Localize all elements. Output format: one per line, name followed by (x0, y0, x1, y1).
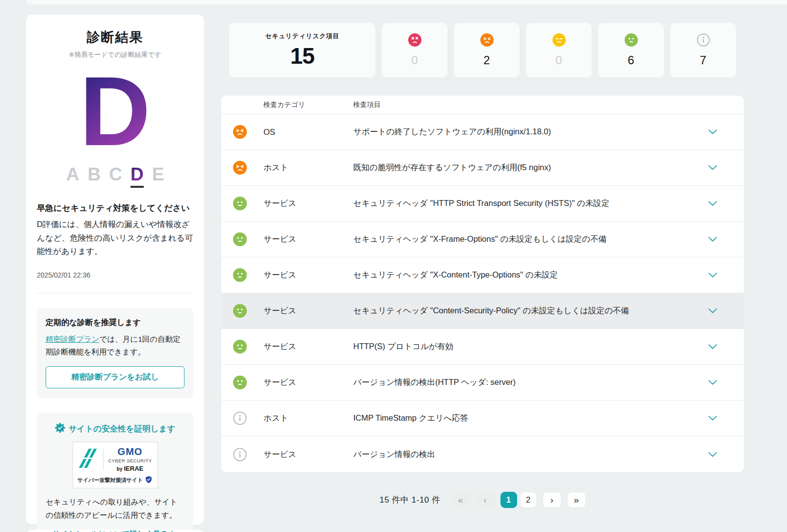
left-column: 診断結果 ※簡易モードでの診断結果です D ABCDE 早急にセキュリティ対策を… (26, 15, 204, 532)
row-category: サービス (263, 270, 353, 280)
grade-scale-letter-d: D (131, 165, 144, 188)
summary-count: 6 (628, 53, 634, 67)
table-row[interactable]: サービスセキュリティヘッダ "X-Frame-Options" の未設定もしくは… (221, 222, 744, 257)
pagination-last-button[interactable]: » (567, 492, 586, 508)
neutral-face-icon (233, 304, 247, 318)
row-item: セキュリティヘッダ "Content-Security-Policy" の未設定… (353, 305, 708, 316)
rosette-check-icon (55, 423, 65, 435)
row-category: サービス (263, 305, 353, 316)
warning-body: D評価には、個人情報の漏えいや情報改ざんなど、危険性の高いリスクが含まれる可能性… (37, 218, 193, 258)
row-item: ICMP TimeStamp クエリへ応答 (353, 413, 708, 424)
row-category: サービス (263, 234, 353, 245)
pagination-prev-button[interactable]: ‹ (476, 492, 495, 508)
neutral-face-icon (625, 33, 638, 47)
neutral-face-icon (233, 340, 247, 354)
table-header: 検査カテゴリ 検査項目 (221, 96, 744, 114)
row-item: バージョン情報の検出(HTTP ヘッダ: server) (353, 377, 708, 388)
chevron-down-icon[interactable] (708, 344, 718, 350)
header-category: 検査カテゴリ (263, 101, 353, 109)
grade-scale-letter-a: A (66, 165, 79, 188)
dead-face-icon (408, 33, 421, 47)
chevron-down-icon[interactable] (708, 452, 718, 457)
row-category: ホスト (263, 162, 353, 173)
site-seal-details-link[interactable]: サイトシールについて詳しく見る 〉 (46, 529, 184, 532)
row-category: サービス (263, 198, 353, 209)
chevron-down-icon[interactable] (708, 165, 718, 171)
table-row[interactable]: サービスセキュリティヘッダ "X-Content-Type-Options" の… (221, 257, 744, 293)
table-row[interactable]: サービスセキュリティヘッダ "HTTP Strict Transport Sec… (221, 186, 744, 222)
info-icon (233, 411, 247, 425)
pagination-pages: 12 (500, 492, 537, 508)
right-column: セキュリティリスク項目 15 02067 検査カテゴリ 検査項目 OSサポートの… (221, 15, 744, 532)
summary-card-info: 7 (670, 23, 736, 77)
diagnosis-timestamp: 2025/02/01 22:36 (37, 271, 193, 279)
grade-letter: D (79, 62, 150, 160)
table-row[interactable]: サービスバージョン情報の検出 (221, 436, 744, 472)
info-icon (233, 448, 247, 461)
page-title: 診断結果 (37, 28, 193, 46)
summary-total-card: セキュリティリスク項目 15 (229, 23, 375, 77)
precision-plan-trial-button[interactable]: 精密診断プランをお試し (46, 366, 184, 388)
table-row[interactable]: ホスト既知の脆弱性が存在するソフトウェアの利用(f5 nginx) (221, 150, 744, 186)
info-icon (697, 33, 710, 47)
chevron-down-icon[interactable] (708, 380, 718, 385)
chevron-down-icon[interactable] (708, 236, 718, 242)
chevron-down-icon[interactable] (708, 129, 718, 135)
pagination-next-button[interactable]: › (543, 492, 561, 508)
by-ierae-text: byIERAE (117, 465, 143, 472)
row-item: セキュリティヘッダ "X-Frame-Options" の未設定もしくは設定の不… (353, 234, 708, 245)
grade-scale-letter-e: E (152, 165, 164, 188)
neutral-face-icon (233, 268, 247, 282)
gmo-site-seal: GMO CYBER SECURITY byIERAE サイバー攻撃対策済サイト (73, 442, 158, 488)
diagnosis-result-card: 診断結果 ※簡易モードでの診断結果です D ABCDE 早急にセキュリティ対策を… (26, 15, 204, 525)
angry-face-icon (233, 161, 247, 175)
row-category: サービス (263, 377, 353, 388)
seal-body: セキュリティへの取り組みや、サイトの信頼性のアピールに活用できます。 (46, 495, 184, 522)
neutral-face-icon (233, 232, 247, 246)
pagination-first-button[interactable]: « (451, 492, 470, 508)
row-category: OS (263, 127, 353, 137)
chevron-down-icon[interactable] (708, 272, 718, 278)
gmo-slashes-logo-icon (78, 448, 99, 471)
summary-count: 0 (555, 53, 562, 67)
table-row[interactable]: サービスバージョン情報の検出(HTTP ヘッダ: server) (221, 365, 744, 401)
top-bar-edge (26, 0, 787, 4)
cyber-security-text: CYBER SECURITY (108, 458, 152, 463)
recommend-title: 定期的な診断を推奨します (46, 318, 184, 328)
summary-card-dead-face: 0 (382, 23, 447, 77)
chevron-down-icon[interactable] (708, 308, 718, 314)
row-item: 既知の脆弱性が存在するソフトウェアの利用(f5 nginx) (353, 162, 708, 173)
badge-divider (103, 449, 104, 470)
header-item: 検査項目 (353, 101, 744, 109)
badge-caption: サイバー攻撃対策済サイト (78, 476, 153, 484)
summary-count: 7 (700, 53, 706, 67)
chevron-down-icon[interactable] (708, 415, 718, 421)
neutral-face-icon (233, 197, 247, 210)
pagination-page-1[interactable]: 1 (500, 492, 517, 508)
seal-header: サイトの安全性を証明します (46, 423, 184, 435)
grade-scale-letter-c: C (109, 165, 122, 188)
table-row[interactable]: ホストICMP TimeStamp クエリへ応答 (221, 401, 744, 436)
recommend-box: 定期的な診断を推奨します 精密診断プランでは、月に1回の自動定期診断機能を利用で… (37, 308, 193, 399)
summary-card-angry-face: 2 (454, 23, 520, 77)
angry-face-icon (480, 33, 494, 47)
grade-scale-letter-b: B (87, 165, 101, 188)
divider (37, 293, 193, 293)
table-row[interactable]: OSサポートの終了したソフトウェアの利用(nginx/1.18.0) (221, 114, 744, 150)
pagination-summary: 15 件中 1-10 件 (379, 494, 440, 506)
neutral-face-icon (233, 376, 247, 389)
recommend-body: 精密診断プランでは、月に1回の自動定期診断機能を利用できます。 (46, 333, 184, 359)
pagination-page-2[interactable]: 2 (520, 492, 537, 508)
table-row[interactable]: サービスHTTP(S) プロトコルが有効 (221, 329, 744, 365)
gmo-brand-text: GMO (118, 447, 143, 456)
seal-title: サイトの安全性を証明します (69, 424, 176, 434)
chevron-down-icon[interactable] (708, 201, 718, 206)
summary-count: 0 (411, 53, 418, 67)
row-item: セキュリティヘッダ "HTTP Strict Transport Securit… (353, 198, 708, 209)
precision-plan-link[interactable]: 精密診断プラン (46, 335, 100, 343)
summary-total-value: 15 (290, 43, 314, 69)
table-row[interactable]: サービスセキュリティヘッダ "Content-Security-Policy" … (221, 293, 744, 329)
row-category: ホスト (263, 413, 353, 424)
grade-scale: ABCDE (37, 165, 193, 188)
unamused-face-icon (552, 33, 566, 47)
